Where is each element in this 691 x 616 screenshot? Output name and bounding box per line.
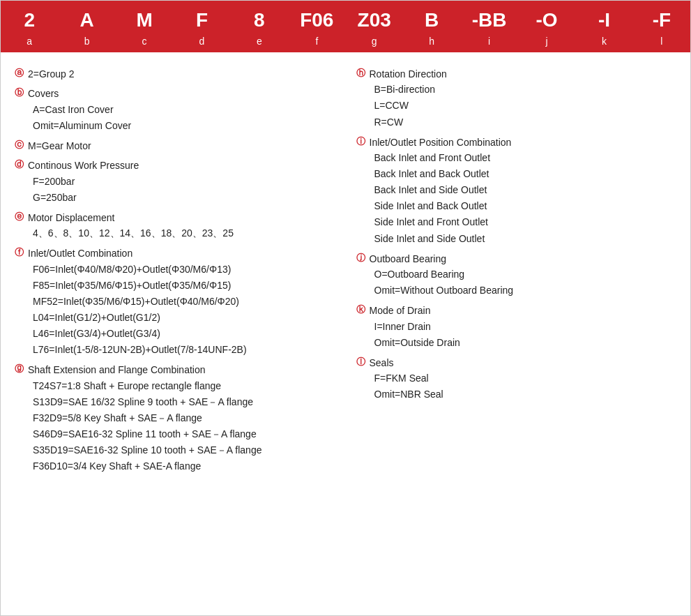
section-e-text: Motor Displacement [28,210,115,225]
header-code-cell: -O [518,1,575,34]
section-j: ⓙ Outboard Bearing O=Outboard Bearing Om… [356,251,677,299]
section-d: ⓓ Continous Work Pressure F=200bar G=250… [15,158,335,206]
section-h: ⓗ Rotation Direction B=Bi-direction L=CC… [356,66,677,130]
header-label-cell: g [346,34,403,52]
g-item-1: T24S7=1:8 Shaft + Europe rectangle flang… [33,378,335,394]
circle-f: ⓕ [15,246,24,260]
section-h-text: Rotation Direction [370,66,447,82]
right-column: ⓗ Rotation Direction B=Bi-direction L=CC… [356,66,677,479]
header-label-cell: j [518,34,575,52]
b-item-2: Omit=Aluminum Cover [33,118,335,134]
section-a-title: ⓐ 2=Group 2 [15,66,335,82]
header-code-cell: -I [575,1,632,34]
section-g-title: ⓖ Shaft Extension and Flange Combination [15,362,335,377]
content-area: ⓐ 2=Group 2 ⓑ Covers A=Cast Iron Cover O… [1,54,690,491]
section-k: ⓚ Mode of Drain I=Inner Drain Omit=Outsi… [356,303,677,351]
g-item-3: F32D9=5/8 Key Shaft + SAE－A flange [33,410,335,426]
section-i-title: ⓘ Inlet/Outlet Position Combination [356,135,677,150]
section-f-text: Inlet/Outlet Combination [28,246,132,261]
i-item-6: Side Inlet and Side Outlet [374,231,677,247]
h-item-1: B=Bi-direction [374,82,677,98]
l-item-2: Omit=NBR Seal [374,386,677,403]
circle-g: ⓖ [15,362,24,377]
header-code-cell: -F [633,1,690,34]
left-column: ⓐ 2=Group 2 ⓑ Covers A=Cast Iron Cover O… [15,66,335,479]
header-label-cell: i [460,34,517,52]
header-label-cell: h [403,34,460,52]
header-code-cell: A [58,1,115,34]
i-item-5: Side Inlet and Front Outlet [374,214,677,230]
section-b: ⓑ Covers A=Cast Iron Cover Omit=Aluminum… [15,86,335,134]
g-item-2: S13D9=SAE 16/32 Spline 9 tooth + SAE－A f… [33,394,335,410]
section-j-title: ⓙ Outboard Bearing [356,251,677,266]
circle-b: ⓑ [15,86,24,100]
header-label-cell: a [1,34,58,52]
section-j-text: Outboard Bearing [370,251,447,266]
header-label-cell: k [575,34,632,52]
circle-c: ⓒ [15,138,24,153]
circle-h: ⓗ [356,66,365,81]
circle-i: ⓘ [356,135,365,149]
section-l: ⓛ Seals F=FKM Seal Omit=NBR Seal [356,355,677,403]
section-a-text: 2=Group 2 [28,66,75,82]
section-h-title: ⓗ Rotation Direction [356,66,677,82]
header-code-cell: F [173,1,230,34]
section-i-text: Inlet/Outlet Position Combination [370,135,512,150]
header-codes-row: 2AMF8F06Z03B-BB-O-I-F [1,1,690,34]
header-labels-row: abcdefghijkl [1,34,690,54]
j-item-2: Omit=Without Outboard Bearing [374,283,677,299]
d-item-1: F=200bar [33,174,335,190]
section-j-items: O=Outboard Bearing Omit=Without Outboard… [356,266,677,299]
section-l-text: Seals [370,355,394,370]
h-item-3: R=CW [374,114,677,130]
f-item-3: MF52=Inlet(Φ35/M6/Φ15)+Outlet(Φ40/M6/Φ20… [33,294,335,310]
section-c-text: M=Gear Motor [28,138,91,153]
section-c: ⓒ M=Gear Motor [15,138,335,153]
section-d-items: F=200bar G=250bar [15,174,335,206]
section-d-text: Continous Work Pressure [28,158,139,173]
section-g-items: T24S7=1:8 Shaft + Europe rectangle flang… [15,378,335,475]
section-e-title: ⓔ Motor Displacement [15,210,335,225]
section-g: ⓖ Shaft Extension and Flange Combination… [15,362,335,474]
section-l-items: F=FKM Seal Omit=NBR Seal [356,370,677,403]
h-item-2: L=CCW [374,98,677,114]
section-k-text: Mode of Drain [370,303,431,318]
f-item-2: F85=Inlet(Φ35/M6/Φ15)+Outlet(Φ35/M6/Φ15) [33,278,335,294]
header-label-cell: d [173,34,230,52]
section-c-title: ⓒ M=Gear Motor [15,138,335,153]
section-a: ⓐ 2=Group 2 [15,66,335,82]
section-h-items: B=Bi-direction L=CCW R=CW [356,82,677,130]
header-label-cell: c [116,34,173,52]
section-e: ⓔ Motor Displacement 4、6、8、10、12、14、16、1… [15,210,335,241]
f-item-5: L46=Inlet(G3/4)+Outlet(G3/4) [33,326,335,342]
i-item-4: Side Inlet and Back Outlet [374,198,677,214]
d-item-2: G=250bar [33,190,335,206]
circle-e: ⓔ [15,210,24,225]
header-code-cell: F06 [288,1,345,34]
g-item-4: S46D9=SAE16-32 Spline 11 tooth + SAE－A f… [33,426,335,442]
circle-d: ⓓ [15,158,24,172]
j-item-1: O=Outboard Bearing [374,266,677,283]
header-code-cell: B [403,1,460,34]
section-f-title: ⓕ Inlet/Outlet Combination [15,246,335,261]
section-b-items: A=Cast Iron Cover Omit=Aluminum Cover [15,102,335,134]
header-label-cell: f [288,34,345,52]
section-g-text: Shaft Extension and Flange Combination [28,362,206,377]
section-k-items: I=Inner Drain Omit=Outside Drain [356,319,677,351]
i-item-2: Back Inlet and Back Outlet [374,166,677,182]
b-item-1: A=Cast Iron Cover [33,102,335,118]
header-label-cell: l [633,34,690,52]
i-item-3: Back Inlet and Side Outlet [374,182,677,198]
header-code-cell: 2 [1,1,58,34]
section-f-items: F06=Inlet(Φ40/M8/Φ20)+Outlet(Φ30/M6/Φ13)… [15,262,335,359]
section-i: ⓘ Inlet/Outlet Position Combination Back… [356,135,677,247]
l-item-1: F=FKM Seal [374,370,677,386]
circle-j: ⓙ [356,251,365,266]
e-item-1: 4、6、8、10、12、14、16、18、20、23、25 [33,225,335,241]
circle-l: ⓛ [356,355,365,370]
section-d-title: ⓓ Continous Work Pressure [15,158,335,173]
header-code-cell: 8 [231,1,288,34]
section-l-title: ⓛ Seals [356,355,677,370]
circle-a: ⓐ [15,66,24,81]
f-item-1: F06=Inlet(Φ40/M8/Φ20)+Outlet(Φ30/M6/Φ13) [33,262,335,278]
